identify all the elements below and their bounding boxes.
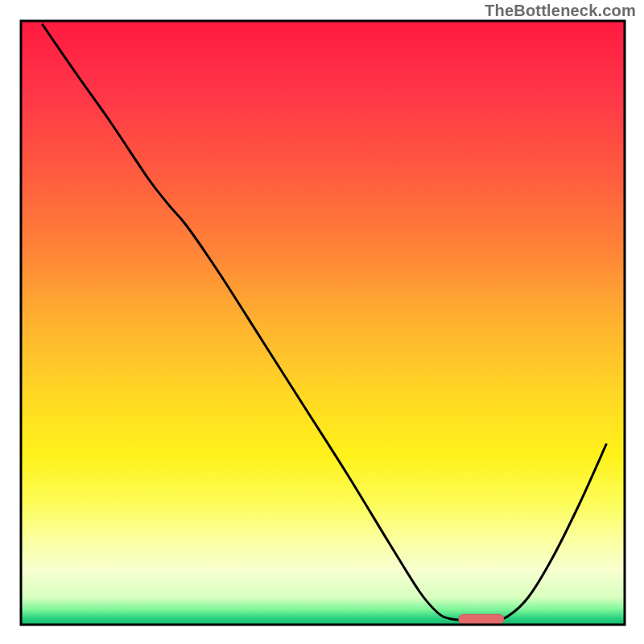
optimum-marker — [459, 614, 504, 624]
bottleneck-chart — [0, 0, 644, 644]
gradient-background — [21, 21, 625, 625]
chart-container: { "watermark": "TheBottleneck.com", "col… — [0, 0, 644, 644]
watermark-text: TheBottleneck.com — [485, 2, 636, 20]
